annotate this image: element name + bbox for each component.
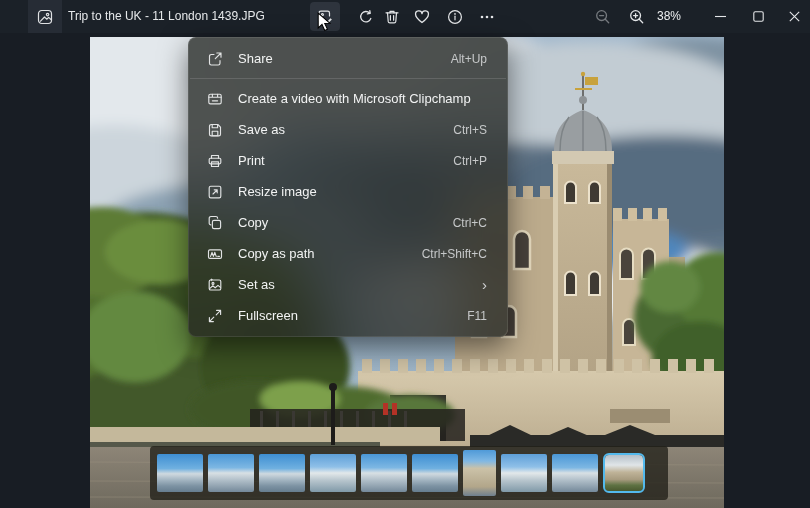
delete-button[interactable] (377, 2, 407, 31)
photo-gallery-icon (36, 8, 54, 26)
thumbnail[interactable] (259, 454, 305, 492)
thumbnail[interactable] (552, 454, 598, 492)
resize-image-icon (207, 184, 223, 200)
menu-item-shortcut: Ctrl+P (453, 154, 487, 168)
rotate-icon (357, 8, 375, 26)
copy-icon (207, 215, 223, 231)
menu-item-label: Copy as path (238, 246, 315, 261)
fullscreen-icon (207, 308, 223, 324)
menu-item-save-as[interactable]: Save as Ctrl+S (189, 114, 507, 145)
info-icon (446, 8, 464, 26)
favorite-button[interactable] (407, 2, 437, 31)
context-menu: Share Alt+Up Create a video with Microso… (188, 37, 508, 337)
see-more-icon (478, 8, 496, 26)
filmstrip (150, 446, 668, 500)
menu-item-copy[interactable]: Copy Ctrl+C (189, 207, 507, 238)
gallery-button[interactable] (28, 0, 62, 33)
maximize-icon (753, 11, 764, 22)
thumbnail[interactable] (208, 454, 254, 492)
maximize-button[interactable] (740, 0, 776, 33)
menu-item-label: Copy (238, 215, 268, 230)
window-title: Trip to the UK - 11 London 1439.JPG (68, 0, 265, 33)
menu-item-copy-as-path[interactable]: Copy as path Ctrl+Shift+C (189, 238, 507, 269)
thumbnail[interactable] (361, 454, 407, 492)
minimize-icon (715, 11, 726, 22)
menu-item-label: Fullscreen (238, 308, 298, 323)
menu-item-print[interactable]: Print Ctrl+P (189, 145, 507, 176)
thumbnail[interactable] (463, 450, 496, 496)
delete-icon (383, 8, 401, 26)
zoom-out-button[interactable] (588, 2, 618, 31)
menu-item-label: Resize image (238, 184, 317, 199)
menu-item-label: Share (238, 51, 273, 66)
zoom-out-icon (594, 8, 612, 26)
printer-icon (207, 153, 223, 169)
menu-separator (190, 78, 506, 79)
see-more-button[interactable] (472, 2, 502, 31)
thumbnail[interactable] (310, 454, 356, 492)
menu-item-label: Set as (238, 277, 275, 292)
menu-item-set-as[interactable]: Set as › (189, 269, 507, 300)
save-icon (207, 122, 223, 138)
copy-path-icon (207, 246, 223, 262)
menu-item-resize-image[interactable]: Resize image (189, 176, 507, 207)
menu-item-shortcut: F11 (467, 309, 487, 323)
zoom-level: 38% (648, 0, 690, 33)
zoom-in-icon (628, 8, 646, 26)
info-button[interactable] (440, 2, 470, 31)
close-button[interactable] (778, 0, 810, 33)
photos-app-window: Trip to the UK - 11 London 1439.JPG (0, 0, 810, 508)
close-icon (789, 11, 800, 22)
clipchamp-video-icon (207, 91, 223, 107)
favorite-heart-icon (413, 8, 431, 26)
menu-item-shortcut: Alt+Up (451, 52, 487, 66)
edit-image-button[interactable] (310, 2, 340, 31)
thumbnail-selected[interactable] (603, 453, 645, 493)
edit-image-icon (316, 8, 334, 26)
menu-item-shortcut: Ctrl+S (453, 123, 487, 137)
titlebar: Trip to the UK - 11 London 1439.JPG (0, 0, 810, 33)
menu-item-create-video[interactable]: Create a video with Microsoft Clipchamp (189, 83, 507, 114)
thumbnail[interactable] (157, 454, 203, 492)
minimize-button[interactable] (702, 0, 738, 33)
menu-item-share[interactable]: Share Alt+Up (189, 43, 507, 74)
menu-item-label: Print (238, 153, 265, 168)
menu-item-fullscreen[interactable]: Fullscreen F11 (189, 300, 507, 331)
chevron-right-icon: › (482, 278, 487, 292)
menu-item-label: Save as (238, 122, 285, 137)
menu-item-shortcut: Ctrl+C (453, 216, 487, 230)
share-icon (207, 51, 223, 67)
set-as-icon (207, 277, 223, 293)
menu-item-label: Create a video with Microsoft Clipchamp (238, 91, 471, 106)
thumbnail[interactable] (412, 454, 458, 492)
menu-item-shortcut: Ctrl+Shift+C (422, 247, 487, 261)
thumbnail[interactable] (501, 454, 547, 492)
